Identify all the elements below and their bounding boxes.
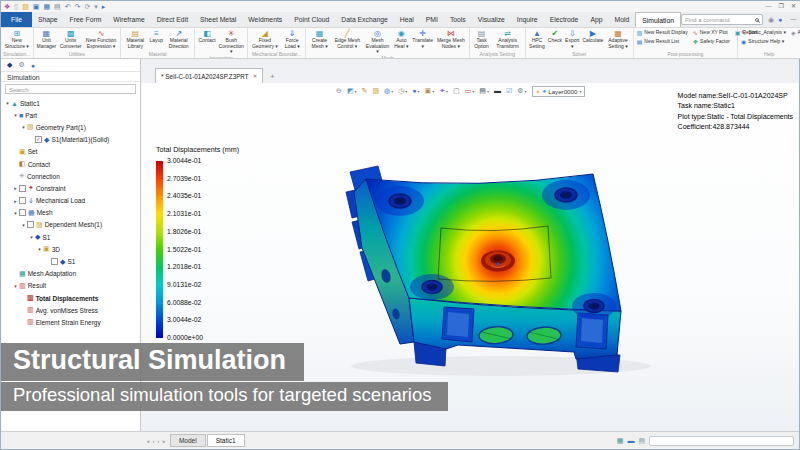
new-file-icon[interactable]: ▯ bbox=[14, 2, 18, 11]
ribbon-button-static-analysis[interactable]: ✎Static_Analysis ▾ bbox=[740, 29, 787, 37]
tree-item-mechanical-load[interactable]: ▸⇓Mechanical Load bbox=[1, 195, 140, 207]
qat-more-icon[interactable]: ▾ bbox=[94, 2, 98, 11]
view-settings-icon[interactable]: ⚙▾ bbox=[517, 86, 526, 96]
menu-tab-simulation[interactable]: Simulation bbox=[635, 12, 681, 27]
tree-item-geometry-part-1[interactable]: ▾▨Geometry Part(1) bbox=[1, 121, 140, 133]
world-icon[interactable]: ◍▾ bbox=[384, 86, 393, 96]
minimize-icon[interactable]: — bbox=[766, 2, 772, 11]
tree-item-s1-material1-solid[interactable]: ✓◆S1(Material1)(Solid) bbox=[1, 134, 140, 146]
ribbon-button-safety-factor[interactable]: ❖Safety Factor bbox=[692, 38, 731, 46]
menu-tab-mold[interactable]: Mold bbox=[608, 12, 635, 27]
menu-tab-app[interactable]: App bbox=[584, 12, 608, 27]
sheet-nav-icon-1[interactable]: ‹ bbox=[153, 438, 155, 444]
ribbon-button-material-library[interactable]: ▤Material Library bbox=[123, 29, 147, 49]
ribbon-button-bush-connection[interactable]: ✳Bush Connection ▾ bbox=[218, 29, 245, 55]
hide-icon[interactable]: ▬ bbox=[494, 86, 501, 96]
undo-icon[interactable]: ↶ bbox=[65, 2, 71, 11]
tree-item-s1[interactable]: ◆S1 bbox=[1, 255, 140, 267]
sidebar-search-input[interactable]: Search bbox=[5, 84, 136, 94]
status-input-field[interactable] bbox=[649, 436, 794, 446]
tree-checkbox[interactable] bbox=[27, 221, 34, 228]
tree-item-element-strain-energy[interactable]: ▥Element Strain Energy bbox=[1, 316, 140, 328]
ribbon-button-new-result-display[interactable]: ▧New Result Display bbox=[636, 29, 689, 37]
ribbon-button-new-function-expression[interactable]: ∿New Function Expression ▾ bbox=[84, 29, 118, 49]
account-icon[interactable]: ● bbox=[778, 16, 782, 24]
ribbon-button-task-option[interactable]: ▤Task Option bbox=[472, 29, 492, 49]
help-icon[interactable]: ◉ bbox=[768, 16, 774, 24]
ribbon-button-hpc-setting[interactable]: ▲HPC Setting bbox=[528, 29, 546, 49]
ribbon-button-mesh-evaluation[interactable]: ◎Mesh Evaluation ▾ bbox=[364, 29, 391, 55]
pin-icon[interactable]: ✦▾ bbox=[439, 86, 448, 96]
menu-tab-visualize[interactable]: Visualize bbox=[472, 12, 511, 27]
menu-tab-weldments[interactable]: Weldments bbox=[242, 12, 288, 27]
tree-item-dependent-mesh-1[interactable]: ▾▨Dependent Mesh(1) bbox=[1, 219, 140, 231]
open-folder-icon[interactable]: ▨ bbox=[372, 86, 379, 96]
status-grid-icon[interactable]: ▦ bbox=[617, 437, 624, 445]
expand-icon[interactable]: ▾ bbox=[4, 100, 11, 106]
menu-tab-wireframe[interactable]: Wireframe bbox=[107, 12, 150, 27]
tree-item-contact[interactable]: ◧Contact bbox=[1, 158, 140, 170]
menu-tab-tools[interactable]: Tools bbox=[444, 12, 472, 27]
ribbon-button-analysis-transform[interactable]: ⇌Analysis Transform bbox=[492, 29, 523, 49]
sheet-nav-icon-0[interactable]: « bbox=[147, 438, 150, 444]
tree-checkbox[interactable] bbox=[51, 258, 58, 265]
open-icon[interactable]: ▨ bbox=[22, 2, 29, 11]
find-command-box[interactable]: Find a command bbox=[681, 14, 763, 25]
ribbon-button-auto-heal[interactable]: ◉Auto Heal ▾ bbox=[392, 29, 410, 49]
tree-item-static1[interactable]: ▾▲Static1 bbox=[1, 97, 140, 109]
menu-tab-sheet-metal[interactable]: Sheet Metal bbox=[194, 12, 242, 27]
tree-settings-icon[interactable]: ⚙ bbox=[18, 61, 24, 69]
select-filter-icon[interactable]: ☑ bbox=[506, 86, 512, 96]
tree-item-s1[interactable]: ▾◆S1 bbox=[1, 231, 140, 243]
ribbon-button-fixed-geometry[interactable]: ◢Fixed Geometry ▾ bbox=[250, 29, 280, 49]
ribbon-button-new-result-list[interactable]: ▤New Result List bbox=[636, 38, 689, 46]
ribbon-button-structure-help[interactable]: ◉Structure Help ▾ bbox=[740, 38, 787, 46]
menu-tab-heal[interactable]: Heal bbox=[394, 12, 420, 27]
render-mode-icon[interactable]: ▣▾ bbox=[425, 86, 435, 96]
tree-item-result[interactable]: ▾▥Result bbox=[1, 280, 140, 292]
shade-mode-icon[interactable]: ●▾ bbox=[412, 86, 419, 96]
sheet-tab-static1[interactable]: Static1 bbox=[207, 434, 245, 447]
ribbon-button-layup[interactable]: ≡Layup bbox=[148, 29, 164, 44]
restore-icon[interactable]: ❐ bbox=[779, 2, 784, 11]
expand-icon[interactable]: ▾ bbox=[12, 210, 19, 216]
ribbon-button-calculate[interactable]: ▶Calculate bbox=[582, 29, 605, 44]
expand-icon[interactable]: ▾ bbox=[28, 234, 35, 240]
tree-checkbox[interactable] bbox=[19, 209, 26, 216]
ribbon-button-adaptive-setting[interactable]: ▦Adaptive Setting ▾ bbox=[605, 29, 630, 49]
menu-tab-free-form[interactable]: Free Form bbox=[64, 12, 108, 27]
document-tab[interactable]: * SeII-C-01-01A2024SP.Z3PRT ✕ bbox=[155, 68, 263, 83]
history-icon[interactable]: ◷▾ bbox=[398, 86, 407, 96]
menu-tab-shape[interactable]: Shape bbox=[32, 12, 64, 27]
ribbon-button-new-xy-plot[interactable]: ∿New XY Plot bbox=[692, 29, 731, 37]
tree-item-3d[interactable]: ▾▣3D bbox=[1, 243, 140, 255]
section-view-icon[interactable]: ▭▾ bbox=[465, 86, 475, 96]
save-all-icon[interactable]: ▦ bbox=[43, 2, 50, 11]
ribbon-button-contact[interactable]: ◧Contact bbox=[197, 29, 216, 44]
doc-minimize-icon[interactable]: — bbox=[790, 15, 796, 24]
tree-checkbox[interactable] bbox=[19, 197, 26, 204]
expand-icon[interactable]: ▸ bbox=[12, 198, 19, 204]
status-monitor-icon[interactable]: ▬ bbox=[627, 437, 634, 445]
tree-item-set[interactable]: ▣Set bbox=[1, 146, 140, 158]
app-logo-icon[interactable]: ❖ bbox=[4, 2, 10, 11]
ribbon-button-about[interactable]: ◈About bbox=[790, 29, 800, 37]
close-document-icon[interactable]: ✕ bbox=[253, 73, 258, 79]
close-icon[interactable]: ✕ bbox=[791, 2, 796, 11]
menu-tab-pmi[interactable]: PMI bbox=[420, 12, 444, 27]
tree-item-total-displacements[interactable]: ▥Total Displacements bbox=[1, 292, 140, 304]
ribbon-button-material-direction[interactable]: ↗Material Direction bbox=[165, 29, 192, 49]
tree-checkbox[interactable]: ✓ bbox=[35, 136, 42, 143]
redo-icon[interactable]: ↷ bbox=[75, 2, 81, 11]
tree-item-part[interactable]: ▾■Part bbox=[1, 109, 140, 121]
tree-item-avg-vonmises-stress[interactable]: ▥Avg. vonMises Stress bbox=[1, 304, 140, 316]
expand-icon[interactable]: ▾ bbox=[36, 246, 43, 252]
ribbon-button-units-converter[interactable]: ▩Units Converter bbox=[58, 29, 83, 49]
expand-icon[interactable]: ▸ bbox=[12, 185, 19, 191]
tree-item-connection[interactable]: ✳Connection bbox=[1, 170, 140, 182]
dock-pin-icon[interactable]: ◆ bbox=[7, 61, 12, 69]
menu-tab-direct-edit[interactable]: Direct Edit bbox=[151, 12, 194, 27]
menu-tab-data-exchange[interactable]: Data Exchange bbox=[335, 12, 393, 27]
window-icon[interactable]: ▢ bbox=[453, 86, 460, 96]
sketch-icon[interactable]: ✎ bbox=[362, 86, 368, 96]
